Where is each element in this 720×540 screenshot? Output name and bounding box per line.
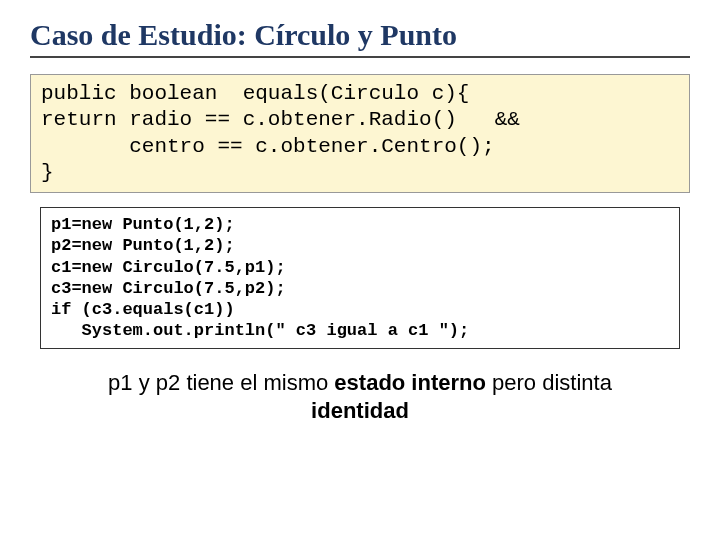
slide-title: Caso de Estudio: Círculo y Punto bbox=[30, 18, 690, 58]
code-line: return radio == c.obtener.Radio() && bbox=[41, 108, 520, 131]
code-line: public boolean equals(Circulo c){ bbox=[41, 82, 469, 105]
code-line: c3=new Circulo(7.5,p2); bbox=[51, 279, 286, 298]
code-line: p1=new Punto(1,2); bbox=[51, 215, 235, 234]
code-line: centro == c.obtener.Centro(); bbox=[41, 135, 495, 158]
slide: Caso de Estudio: Círculo y Punto public … bbox=[0, 0, 720, 540]
caption-part: pero distinta bbox=[486, 370, 612, 395]
code-line: System.out.println(" c3 igual a c1 "); bbox=[51, 321, 469, 340]
code-line: p2=new Punto(1,2); bbox=[51, 236, 235, 255]
code-block-usage: p1=new Punto(1,2); p2=new Punto(1,2); c1… bbox=[40, 207, 680, 349]
code-line: if (c3.equals(c1)) bbox=[51, 300, 235, 319]
code-line: c1=new Circulo(7.5,p1); bbox=[51, 258, 286, 277]
caption-part: p1 y p2 tiene el mismo bbox=[108, 370, 334, 395]
caption-bold: estado interno bbox=[334, 370, 486, 395]
caption-bold: identidad bbox=[311, 398, 409, 423]
code-line: } bbox=[41, 161, 54, 184]
caption-text: p1 y p2 tiene el mismo estado interno pe… bbox=[30, 369, 690, 426]
code-block-equals: public boolean equals(Circulo c){ return… bbox=[30, 74, 690, 193]
